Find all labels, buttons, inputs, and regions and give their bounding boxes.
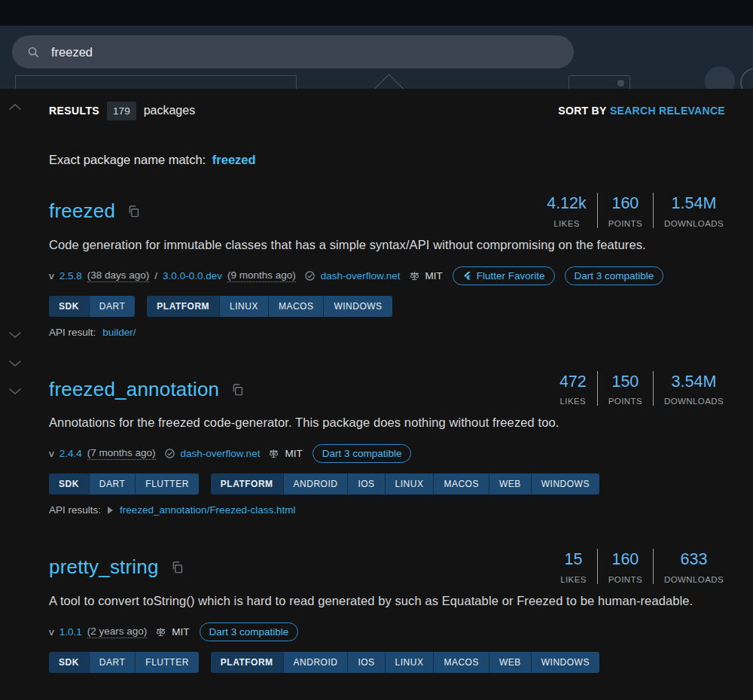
copy-icon[interactable] — [127, 204, 141, 218]
downloads-label: DOWNLOADS — [664, 397, 724, 406]
api-result-label: API result: — [49, 327, 96, 338]
verified-publisher-icon — [164, 448, 175, 459]
chevron-down-icon[interactable] — [8, 385, 22, 398]
license-label: MIT — [285, 448, 302, 459]
api-result-link[interactable]: freezed_annotation/Freezed-class.html — [120, 504, 295, 516]
prerelease-link[interactable]: 3.0.0-0.0.dev — [163, 270, 222, 282]
platform-tag[interactable]: ANDROID — [283, 473, 348, 495]
platform-tag[interactable]: LINUX — [385, 652, 434, 673]
copy-icon[interactable] — [170, 560, 184, 574]
sdk-tag-label[interactable]: SDK — [49, 296, 89, 317]
chevron-up-icon[interactable] — [8, 100, 22, 114]
dart3-compatible-badge[interactable]: Dart 3 compatible — [312, 444, 412, 463]
sdk-tag[interactable]: FLUTTER — [135, 473, 199, 495]
site-header — [0, 0, 753, 89]
sdk-tag-label[interactable]: SDK — [49, 652, 89, 673]
flutter-icon — [462, 271, 472, 281]
search-bar[interactable] — [12, 35, 574, 68]
platform-tag[interactable]: WEB — [489, 652, 531, 673]
results-bar: RESULTS 179 packages SORT BY SEARCH RELE… — [49, 89, 725, 121]
platform-tag[interactable]: ANDROID — [283, 652, 348, 673]
api-result-row: API results: freezed_annotation/Freezed-… — [49, 504, 725, 516]
version-link[interactable]: 2.5.8 — [59, 270, 82, 282]
package-tags-row: SDK DART FLUTTER PLATFORM ANDROID IOS LI… — [49, 652, 725, 673]
version-age: (7 months ago) — [87, 447, 156, 460]
version-age: (38 days ago) — [87, 269, 150, 282]
exact-match-package-link[interactable]: freezed — [212, 153, 256, 166]
license-balance-icon — [268, 448, 279, 459]
search-results-panel: RESULTS 179 packages SORT BY SEARCH RELE… — [0, 89, 753, 700]
platform-tag[interactable]: WEB — [489, 473, 531, 495]
publisher-link[interactable]: dash-overflow.net — [321, 270, 401, 282]
package-title-link[interactable]: pretty_string — [49, 555, 159, 579]
flutter-favorite-label: Flutter Favorite — [477, 270, 545, 282]
package-card-freezed-annotation: freezed_annotation 472LIKES 150POINTS 3.… — [49, 371, 725, 516]
platform-tag-label[interactable]: PLATFORM — [147, 296, 219, 317]
flutter-favorite-badge[interactable]: Flutter Favorite — [453, 266, 555, 285]
points-value: 160 — [608, 549, 642, 569]
version-link[interactable]: 2.4.4 — [59, 448, 82, 459]
points-value: 150 — [608, 371, 642, 391]
version-age: (2 years ago) — [87, 625, 148, 638]
chevron-down-icon[interactable] — [8, 357, 22, 370]
disclosure-triangle-icon[interactable] — [108, 507, 113, 514]
top-strip — [0, 0, 753, 26]
license-label: MIT — [425, 270, 443, 282]
likes-label: LIKES — [560, 575, 587, 584]
api-result-link[interactable]: builder/ — [102, 327, 136, 338]
version-prefix: v — [49, 448, 54, 459]
likes-value: 4.12k — [547, 193, 587, 213]
sort-selector[interactable]: SEARCH RELEVANCE — [610, 105, 725, 117]
version-link[interactable]: 1.0.1 — [59, 626, 82, 638]
search-input[interactable] — [50, 44, 505, 60]
package-card-freezed: freezed 4.12kLIKES 160POINTS 1.54MDOWNLO… — [49, 193, 725, 338]
version-separator: / — [154, 270, 157, 282]
dropdown-caret — [374, 74, 403, 89]
points-label: POINTS — [608, 397, 642, 406]
sdk-tag[interactable]: DART — [89, 473, 135, 495]
points-label: POINTS — [608, 575, 642, 584]
sort-by-label: SORT BY — [558, 105, 606, 117]
sdk-tag-group: SDK DART FLUTTER — [49, 652, 199, 673]
results-count-badge: 179 — [107, 102, 136, 120]
package-description: Annotations for the freezed code-generat… — [49, 415, 725, 430]
header-circle-icon[interactable] — [740, 68, 753, 89]
header-panel-outline-left — [15, 75, 297, 89]
sdk-tag[interactable]: DART — [89, 296, 135, 317]
platform-tag-group: PLATFORM LINUX MACOS WINDOWS — [147, 296, 392, 317]
downloads-value: 1.54M — [664, 193, 724, 213]
chevron-down-icon[interactable] — [8, 328, 22, 342]
platform-tag[interactable]: MACOS — [433, 473, 489, 495]
copy-icon[interactable] — [230, 382, 245, 397]
platform-tag[interactable]: WINDOWS — [323, 296, 392, 317]
platform-tag[interactable]: IOS — [347, 652, 384, 673]
dart3-compatible-badge[interactable]: Dart 3 compatible — [200, 622, 299, 641]
dart3-label: Dart 3 compatible — [575, 270, 654, 282]
platform-tag-group: PLATFORM ANDROID IOS LINUX MACOS WEB WIN… — [211, 652, 599, 673]
sdk-tag[interactable]: DART — [89, 652, 135, 673]
dart3-compatible-badge[interactable]: Dart 3 compatible — [565, 266, 664, 285]
package-title-link[interactable]: freezed_annotation — [49, 378, 219, 401]
platform-tag[interactable]: WINDOWS — [531, 473, 599, 495]
platform-tag[interactable]: LINUX — [385, 473, 434, 495]
platform-tag-group: PLATFORM ANDROID IOS LINUX MACOS WEB WIN… — [211, 473, 599, 495]
version-prefix: v — [49, 270, 54, 282]
sdk-tag-label[interactable]: SDK — [49, 473, 89, 495]
platform-tag[interactable]: MACOS — [268, 296, 324, 317]
publisher-link[interactable]: dash-overflow.net — [181, 448, 261, 459]
avatar[interactable] — [705, 66, 735, 89]
package-title-link[interactable]: freezed — [49, 199, 115, 223]
platform-tag[interactable]: WINDOWS — [531, 652, 599, 673]
license-label: MIT — [172, 626, 189, 638]
platform-tag[interactable]: MACOS — [433, 652, 489, 673]
platform-tag[interactable]: LINUX — [219, 296, 268, 317]
likes-label: LIKES — [547, 219, 587, 228]
platform-tag[interactable]: IOS — [347, 473, 384, 495]
exact-match-row: Exact package name match: freezed — [49, 153, 725, 167]
points-value: 160 — [608, 193, 642, 213]
api-results-label: API results: — [49, 504, 101, 516]
sdk-tag[interactable]: FLUTTER — [135, 652, 199, 673]
packages-label: packages — [144, 104, 196, 117]
platform-tag-label[interactable]: PLATFORM — [211, 473, 283, 495]
platform-tag-label[interactable]: PLATFORM — [211, 652, 283, 673]
